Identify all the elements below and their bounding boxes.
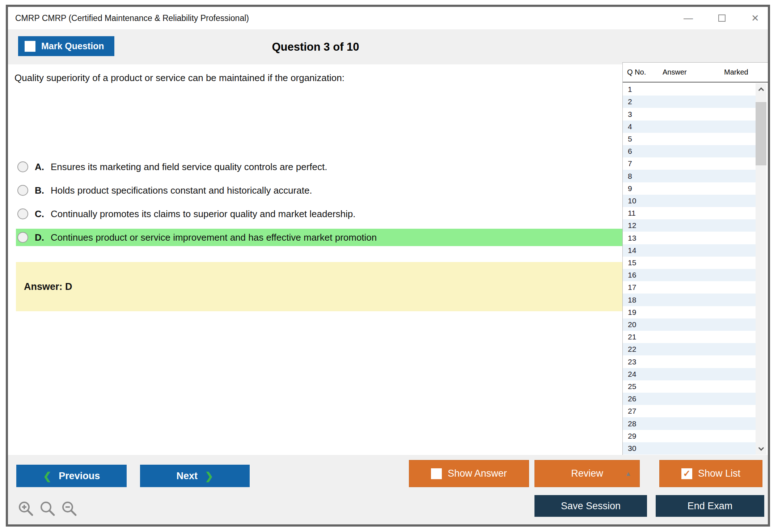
question-list-row[interactable]: 12 bbox=[623, 219, 756, 232]
footer-bar: ❮ Previous Next ❯ Show Answer Review ▲ ✓… bbox=[8, 455, 768, 524]
option-text: Continues product or service improvement… bbox=[51, 232, 377, 243]
title-bar: CMRP CMRP (Certified Maintenance & Relia… bbox=[8, 7, 768, 29]
question-list-row[interactable]: 14 bbox=[623, 244, 756, 257]
option-text: Holds product specifications constant an… bbox=[51, 185, 312, 196]
question-list-cell: 25 bbox=[623, 382, 663, 391]
question-list-cell: 3 bbox=[623, 110, 663, 119]
question-list-cell: 14 bbox=[623, 246, 663, 255]
question-list-body: 1234567891011121314151617181920212223242… bbox=[623, 83, 756, 455]
previous-button[interactable]: ❮ Previous bbox=[16, 465, 127, 487]
question-list-row[interactable]: 5 bbox=[623, 133, 756, 145]
question-list-cell: 28 bbox=[623, 419, 663, 428]
question-list-row[interactable]: 29 bbox=[623, 430, 756, 442]
question-text: Quality superiority of a product or serv… bbox=[14, 72, 344, 84]
radio-option-d[interactable] bbox=[17, 232, 28, 243]
question-list-row[interactable]: 6 bbox=[623, 145, 756, 157]
question-list-row[interactable]: 23 bbox=[623, 355, 756, 368]
question-list-row[interactable]: 25 bbox=[623, 380, 756, 393]
end-exam-label: End Exam bbox=[688, 501, 733, 512]
question-list-row[interactable]: 30 bbox=[623, 442, 756, 455]
question-list-cell: 12 bbox=[623, 221, 663, 230]
question-list-cell: 16 bbox=[623, 271, 663, 279]
minimize-button[interactable]: — bbox=[676, 7, 701, 29]
question-list-cell: 27 bbox=[623, 407, 663, 415]
question-list-row[interactable]: 28 bbox=[623, 417, 756, 430]
question-list-row[interactable]: 8 bbox=[623, 170, 756, 182]
option-text: Ensures its marketing and field service … bbox=[51, 161, 327, 173]
show-list-checkbox[interactable]: ✓ bbox=[681, 468, 692, 479]
question-list-row[interactable]: 7 bbox=[623, 157, 756, 170]
radio-option-a[interactable] bbox=[17, 161, 28, 172]
show-list-button[interactable]: ✓ Show List bbox=[659, 460, 762, 487]
question-list-row[interactable]: 11 bbox=[623, 207, 756, 219]
show-answer-checkbox[interactable] bbox=[431, 468, 442, 479]
question-list-row[interactable]: 27 bbox=[623, 405, 756, 417]
question-list-row[interactable]: 22 bbox=[623, 343, 756, 355]
radio-option-c[interactable] bbox=[17, 208, 28, 219]
option-row-d[interactable]: D. Continues product or service improvem… bbox=[16, 229, 622, 246]
question-list-row[interactable]: 16 bbox=[623, 269, 756, 281]
scrollbar-thumb[interactable] bbox=[756, 102, 766, 165]
question-list-cell: 24 bbox=[623, 370, 663, 379]
question-list-row[interactable]: 3 bbox=[623, 108, 756, 120]
scroll-down-button[interactable] bbox=[756, 443, 766, 455]
question-list-cell: 9 bbox=[623, 184, 663, 193]
question-list-header: Q No. Answer Marked bbox=[623, 63, 768, 83]
column-header-marked: Marked bbox=[710, 68, 768, 76]
end-exam-button[interactable]: End Exam bbox=[656, 495, 764, 517]
question-list-row[interactable]: 10 bbox=[623, 195, 756, 207]
question-list-cell: 18 bbox=[623, 296, 663, 304]
option-row-c[interactable]: C. Continually promotes its claims to su… bbox=[16, 205, 622, 223]
option-row-a[interactable]: A. Ensures its marketing and field servi… bbox=[16, 158, 622, 176]
zoom-in-icon[interactable] bbox=[17, 500, 34, 517]
question-list-cell: 1 bbox=[623, 85, 663, 94]
question-list-cell: 11 bbox=[623, 209, 663, 218]
question-list-row[interactable]: 26 bbox=[623, 393, 756, 405]
question-list-scrollbar[interactable] bbox=[756, 83, 766, 455]
answer-label: Answer: D bbox=[24, 281, 72, 292]
question-list-row[interactable]: 1 bbox=[623, 83, 756, 96]
radio-option-b[interactable] bbox=[17, 185, 28, 196]
option-text: Continually promotes its claims to super… bbox=[51, 208, 356, 220]
question-list-row[interactable]: 19 bbox=[623, 306, 756, 318]
scroll-up-button[interactable] bbox=[756, 83, 766, 95]
next-label: Next bbox=[177, 470, 198, 482]
maximize-icon bbox=[718, 14, 726, 22]
question-list-row[interactable]: 4 bbox=[623, 121, 756, 133]
option-letter: A. bbox=[35, 161, 44, 173]
column-header-answer: Answer bbox=[663, 68, 710, 76]
question-list-row[interactable]: 18 bbox=[623, 294, 756, 306]
option-letter: C. bbox=[35, 208, 44, 220]
caret-up-icon: ▲ bbox=[625, 470, 631, 477]
app-window: CMRP CMRP (Certified Maintenance & Relia… bbox=[6, 5, 770, 527]
show-answer-button[interactable]: Show Answer bbox=[409, 460, 529, 487]
question-list-row[interactable]: 17 bbox=[623, 281, 756, 294]
question-list-cell: 2 bbox=[623, 97, 663, 106]
maximize-button[interactable] bbox=[709, 7, 735, 29]
question-list-row[interactable]: 2 bbox=[623, 96, 756, 108]
next-button[interactable]: Next ❯ bbox=[140, 465, 250, 487]
save-session-label: Save Session bbox=[561, 501, 621, 512]
review-button[interactable]: Review ▲ bbox=[534, 460, 640, 487]
zoom-out-icon[interactable] bbox=[61, 500, 77, 517]
question-list-cell: 26 bbox=[623, 394, 663, 403]
zoom-icon[interactable] bbox=[39, 500, 56, 517]
close-button[interactable]: ✕ bbox=[743, 7, 768, 29]
save-session-button[interactable]: Save Session bbox=[534, 495, 647, 517]
question-list-cell: 5 bbox=[623, 135, 663, 143]
option-row-b[interactable]: B. Holds product specifications constant… bbox=[16, 182, 622, 199]
question-list-cell: 7 bbox=[623, 159, 663, 168]
question-list-cell: 19 bbox=[623, 308, 663, 317]
question-list-row[interactable]: 15 bbox=[623, 257, 756, 269]
question-list-row[interactable]: 20 bbox=[623, 318, 756, 331]
question-list-cell: 22 bbox=[623, 345, 663, 354]
question-list-row[interactable]: 21 bbox=[623, 331, 756, 343]
column-header-qno: Q No. bbox=[623, 68, 663, 76]
question-list-cell: 17 bbox=[623, 283, 663, 292]
question-list-row[interactable]: 9 bbox=[623, 182, 756, 195]
chevron-right-icon: ❯ bbox=[205, 470, 213, 482]
question-list-row[interactable]: 13 bbox=[623, 232, 756, 244]
question-list-row[interactable]: 24 bbox=[623, 368, 756, 380]
review-label: Review bbox=[571, 468, 603, 479]
question-list-cell: 10 bbox=[623, 197, 663, 205]
